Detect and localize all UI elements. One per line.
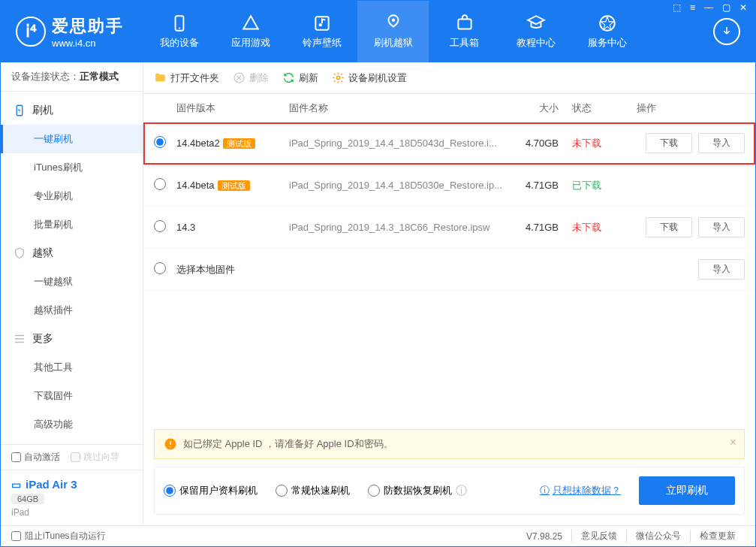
nav-tab-tools[interactable]: 工具箱: [429, 1, 500, 62]
window-controls: ⬚ ≡ — ▢ ✕: [664, 0, 756, 15]
select-radio[interactable]: [154, 220, 166, 232]
download-circle-icon[interactable]: [713, 18, 740, 45]
select-radio[interactable]: [154, 178, 166, 190]
size-cell: 4.71GB: [512, 222, 572, 233]
version-label: V7.98.25: [517, 531, 571, 542]
import-button[interactable]: 导入: [698, 217, 745, 237]
size-cell: 4.70GB: [512, 138, 572, 149]
th-ops: 操作: [625, 101, 745, 115]
settings-button[interactable]: 设备刷机设置: [332, 71, 407, 85]
open-folder-button[interactable]: 打开文件夹: [154, 71, 219, 85]
select-radio[interactable]: [154, 262, 166, 274]
version-cell: 14.4beta测试版: [176, 180, 289, 192]
main-panel: 打开文件夹 删除 刷新 设备刷机设置 固件版本 固件名称 大小 状态 操作: [143, 62, 755, 525]
tutorial-icon: [526, 14, 546, 33]
service-icon: [598, 14, 617, 33]
firmware-row[interactable]: 选择本地固件 导入: [143, 249, 755, 291]
opt-antirecover[interactable]: 防数据恢复刷机 ⓘ: [368, 484, 467, 498]
svg-rect-10: [15, 342, 24, 343]
firmware-row[interactable]: 14.4beta测试版 iPad_Spring_2019_14.4_18D503…: [143, 165, 755, 207]
maximize-icon[interactable]: ▢: [719, 2, 733, 13]
side-item[interactable]: 高级功能: [1, 410, 143, 439]
download-button[interactable]: 下载: [646, 133, 692, 153]
side-item[interactable]: 下载固件: [1, 382, 143, 410]
svg-point-3: [318, 23, 321, 26]
svg-rect-5: [458, 20, 471, 29]
nav-tab-service[interactable]: 服务中心: [571, 1, 643, 62]
side-group-shield[interactable]: 越狱: [1, 239, 143, 267]
nav-tab-tutorial[interactable]: 教程中心: [500, 1, 571, 62]
app-subtitle: www.i4.cn: [52, 38, 124, 49]
import-button[interactable]: 导入: [698, 259, 745, 280]
refresh-button[interactable]: 刷新: [282, 71, 318, 85]
name-cell: iPad_Spring_2019_14.3_18C66_Restore.ipsw: [289, 222, 512, 233]
wechat-link[interactable]: 微信公众号: [626, 530, 690, 542]
tshirt-icon[interactable]: ⬚: [670, 2, 684, 13]
flash-now-button[interactable]: 立即刷机: [639, 476, 735, 505]
warning-icon: [164, 437, 177, 451]
firmware-row[interactable]: 14.3 iPad_Spring_2019_14.3_18C66_Restore…: [143, 207, 755, 249]
size-cell: 4.71GB: [512, 180, 572, 191]
th-name: 固件名称: [289, 101, 512, 115]
logo-icon: ⅰ⁴: [16, 17, 46, 47]
minimize-icon[interactable]: —: [701, 2, 716, 13]
check-update-link[interactable]: 检查更新: [690, 530, 745, 542]
svg-point-1: [178, 27, 179, 29]
erase-link[interactable]: ⓘ 只想抹除数据？: [540, 484, 621, 497]
sidebar: 设备连接状态：正常模式 刷机一键刷机iTunes刷机专业刷机批量刷机越狱一键越狱…: [1, 62, 143, 525]
apps-icon: [241, 14, 261, 33]
alert-close-icon[interactable]: ×: [730, 436, 736, 449]
flash-icon: [13, 104, 26, 117]
name-cell: iPad_Spring_2019_14.4_18D5030e_Restore.i…: [289, 180, 512, 191]
delete-icon: [233, 71, 245, 84]
th-version: 固件版本: [176, 101, 289, 115]
nav-tab-flash[interactable]: 刷机越狱: [357, 1, 429, 62]
alert-bar: 如已绑定 Apple ID ，请准备好 Apple ID和密码。 ×: [154, 429, 745, 459]
side-item[interactable]: 越狱插件: [1, 296, 143, 325]
name-cell: iPad_Spring_2019_14.4_18D5043d_Restore.i…: [289, 138, 512, 149]
nav-tab-device[interactable]: 我的设备: [143, 1, 215, 62]
beta-badge: 测试版: [223, 138, 255, 149]
close-icon[interactable]: ✕: [736, 2, 750, 13]
side-item[interactable]: 一键刷机: [1, 125, 143, 153]
media-icon: [312, 14, 332, 33]
menu-icon[interactable]: ≡: [687, 2, 698, 13]
import-button[interactable]: 导入: [698, 133, 745, 153]
toolbar: 打开文件夹 删除 刷新 设备刷机设置: [143, 62, 755, 94]
opt-normal[interactable]: 常规快速刷机: [276, 484, 350, 497]
nav-tab-media[interactable]: 铃声壁纸: [286, 1, 357, 62]
beta-badge: 测试版: [218, 180, 250, 191]
nav-tab-apps[interactable]: 应用游戏: [215, 1, 286, 62]
side-group-flash[interactable]: 刷机: [1, 96, 143, 125]
firmware-row[interactable]: 14.4beta2测试版 iPad_Spring_2019_14.4_18D50…: [143, 122, 755, 165]
logo-area: ⅰ⁴ 爱思助手 www.i4.cn: [16, 15, 143, 49]
side-item[interactable]: 一键越狱: [1, 267, 143, 296]
device-type: iPad: [11, 507, 132, 518]
side-item[interactable]: 专业刷机: [1, 182, 143, 210]
auto-activate-checkbox[interactable]: 自动激活: [11, 451, 60, 464]
folder-icon: [154, 71, 167, 84]
status-cell: 未下载: [572, 221, 625, 234]
statusbar: 阻止iTunes自动运行 V7.98.25 意见反馈 微信公众号 检查更新: [1, 525, 755, 546]
block-itunes-checkbox[interactable]: 阻止iTunes自动运行: [11, 530, 106, 542]
help-icon[interactable]: ⓘ: [456, 484, 467, 498]
svg-point-12: [336, 76, 339, 79]
side-group-more[interactable]: 更多: [1, 325, 143, 353]
device-name: iPad Air 3: [11, 478, 132, 491]
app-title: 爱思助手: [52, 15, 124, 38]
select-radio[interactable]: [154, 136, 166, 148]
device-info[interactable]: iPad Air 3 64GB iPad: [1, 470, 143, 525]
feedback-link[interactable]: 意见反馈: [571, 530, 626, 542]
shield-icon: [13, 246, 26, 260]
opt-keep-data[interactable]: 保留用户资料刷机: [164, 484, 258, 497]
side-item[interactable]: 批量刷机: [1, 210, 143, 239]
header: ⅰ⁴ 爱思助手 www.i4.cn 我的设备应用游戏铃声壁纸刷机越狱工具箱教程中…: [1, 1, 755, 62]
side-item[interactable]: iTunes刷机: [1, 153, 143, 182]
status-cell: 已下载: [572, 179, 625, 192]
tools-icon: [455, 14, 474, 33]
delete-button: 删除: [233, 71, 269, 85]
skip-guide-checkbox[interactable]: 跳过向导: [71, 451, 119, 464]
side-item[interactable]: 其他工具: [1, 353, 143, 382]
connection-status: 设备连接状态：正常模式: [1, 62, 143, 92]
download-button[interactable]: 下载: [646, 217, 692, 237]
